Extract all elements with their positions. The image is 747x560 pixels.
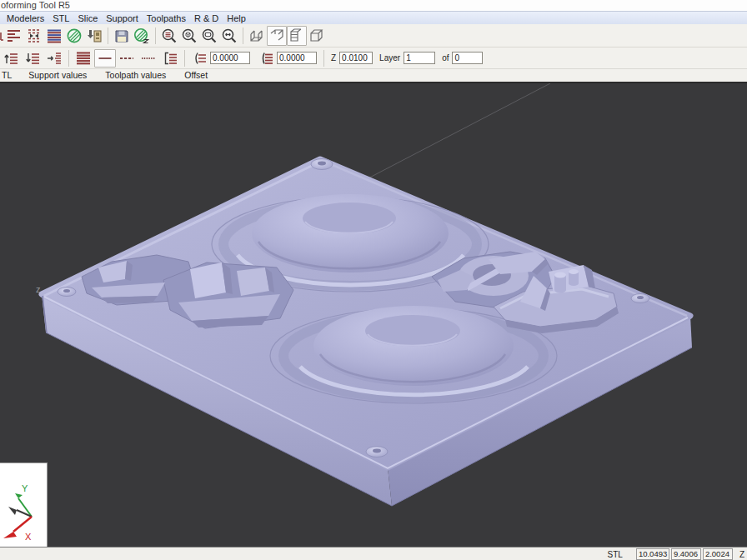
axis-triad-box: Y X (0, 462, 48, 547)
goto-layer-icon (46, 50, 63, 67)
btn-hatched-sphere[interactable] (64, 26, 84, 46)
view-box-open-icon (248, 27, 266, 45)
view-box-corner-icon (268, 27, 286, 45)
send-to-machine-icon (86, 28, 103, 44)
menu-support[interactable]: Support (102, 12, 143, 24)
window-title: oforming Tool R5 (1, 0, 70, 10)
menubar: Modelers STL Slice Support Toolpaths R &… (0, 11, 747, 24)
x-axis-label: X (25, 532, 32, 542)
window-titlebar[interactable]: oforming Tool R5 (0, 0, 747, 11)
stacked-lines-icon (46, 28, 63, 44)
menu-help[interactable]: Help (223, 12, 250, 24)
toolbar-separator (323, 50, 324, 67)
align-lines-icon (6, 28, 23, 44)
y-axis-label: Y (22, 483, 28, 493)
hatched-sphere-icon (66, 28, 83, 44)
single-layer-icon (97, 50, 113, 67)
btn-zoom-refit[interactable] (219, 26, 239, 46)
btn-all-layers[interactable] (73, 49, 94, 68)
value-tabs: TL Support values Toolpath values Offset (0, 69, 747, 83)
btn-zoom-slices[interactable] (159, 26, 179, 46)
range-start-field[interactable]: 0.0000 (210, 52, 250, 64)
zoom-window-icon (201, 28, 218, 44)
layer-count-field[interactable]: 0 (452, 52, 483, 64)
tab-offset[interactable]: Offset (175, 69, 217, 82)
layer-of-label: of (435, 53, 452, 62)
viewport-3d[interactable]: z Y X (0, 83, 747, 547)
btn-dashed-layer[interactable] (116, 49, 138, 68)
btn-hatched-sphere-z[interactable] (132, 26, 152, 46)
range-start-icon (192, 51, 207, 66)
range-end-icon (258, 51, 273, 66)
btn-dotted-layer[interactable] (138, 49, 159, 68)
btn-align-lines[interactable] (4, 26, 24, 46)
status-z-axis-label: Z (739, 550, 744, 559)
view-box-section-icon (288, 27, 306, 45)
view-box-full-icon (308, 27, 326, 45)
menu-rnd[interactable]: R & D (190, 12, 223, 24)
toolbar-main (0, 24, 747, 48)
toolbar-separator (243, 28, 243, 44)
range-start-icon-button[interactable] (188, 49, 210, 68)
btn-stacked-lines[interactable] (44, 26, 64, 46)
layer-down-icon (24, 50, 41, 67)
btn-layer-down[interactable] (22, 49, 43, 68)
layer-up-icon (3, 50, 19, 67)
btn-goto-layer[interactable] (43, 49, 65, 68)
btn-zoom-window[interactable] (199, 26, 219, 46)
zoom-slices-icon (161, 28, 178, 44)
status-x-field: 10.0493 (636, 548, 669, 560)
btn-view-open-box[interactable] (247, 26, 267, 46)
btn-view-section-box[interactable] (287, 26, 307, 46)
btn-send-machine[interactable] (84, 26, 104, 46)
status-y-field: 9.4006 (671, 548, 701, 560)
tab-toolpath-values[interactable]: Toolpath values (96, 69, 175, 82)
zoom-refit-icon (221, 28, 238, 44)
btn-bracket-layers[interactable] (159, 49, 181, 68)
btn-layer-up[interactable] (0, 49, 22, 68)
btn-collapse-lines[interactable] (24, 26, 44, 46)
menu-stl[interactable]: STL (48, 12, 73, 24)
menu-modelers[interactable]: Modelers (0, 12, 48, 24)
zoom-model-icon (181, 28, 198, 44)
save-icon (113, 28, 130, 44)
btn-view-full-box[interactable] (307, 26, 327, 46)
toolbar-separator (68, 50, 69, 67)
layer-label: Layer (373, 53, 404, 62)
tab-support-values[interactable]: Support values (19, 69, 96, 82)
toolbar-separator (155, 28, 156, 44)
btn-zoom-model[interactable] (179, 26, 199, 46)
application-window: oforming Tool R5 Modelers STL Slice Supp… (0, 0, 747, 560)
hatched-sphere-z-icon (133, 28, 150, 44)
menu-toolpaths[interactable]: Toolpaths (143, 12, 190, 24)
bracket-layers-icon (162, 50, 178, 67)
range-end-field[interactable]: 0.0000 (277, 52, 317, 64)
axis-guide-line (358, 83, 550, 183)
toolbar-separator (184, 50, 185, 67)
z-step-field[interactable]: 0.0100 (339, 52, 373, 64)
range-end-icon-button[interactable] (255, 49, 277, 68)
btn-save[interactable] (112, 26, 132, 46)
btn-view-corner-box[interactable] (267, 26, 287, 46)
axis-triad: Y X (0, 463, 47, 547)
toolbar-separator (108, 28, 108, 44)
model-canvas: z (0, 83, 747, 547)
dashed-layer-icon (118, 50, 135, 67)
menu-slice[interactable]: Slice (73, 12, 102, 24)
toolbar-slice: 0.0000 0.0000 Z 0.0100 Layer 1 of 0 (0, 48, 747, 69)
z-step-label: Z (331, 53, 339, 62)
tab-stl[interactable]: TL (0, 69, 19, 82)
collapse-lines-icon (26, 28, 43, 44)
layer-number-field[interactable]: 1 (404, 52, 435, 64)
statusbar: STL 10.0493 9.4006 2.0024 Z (0, 547, 747, 560)
dotted-layer-icon (140, 50, 157, 67)
status-mode-label: STL (608, 550, 623, 559)
status-z-field: 2.0024 (703, 548, 733, 560)
z-axis-label: z (36, 284, 41, 294)
all-layers-icon (75, 50, 92, 67)
btn-single-layer[interactable] (94, 49, 116, 68)
